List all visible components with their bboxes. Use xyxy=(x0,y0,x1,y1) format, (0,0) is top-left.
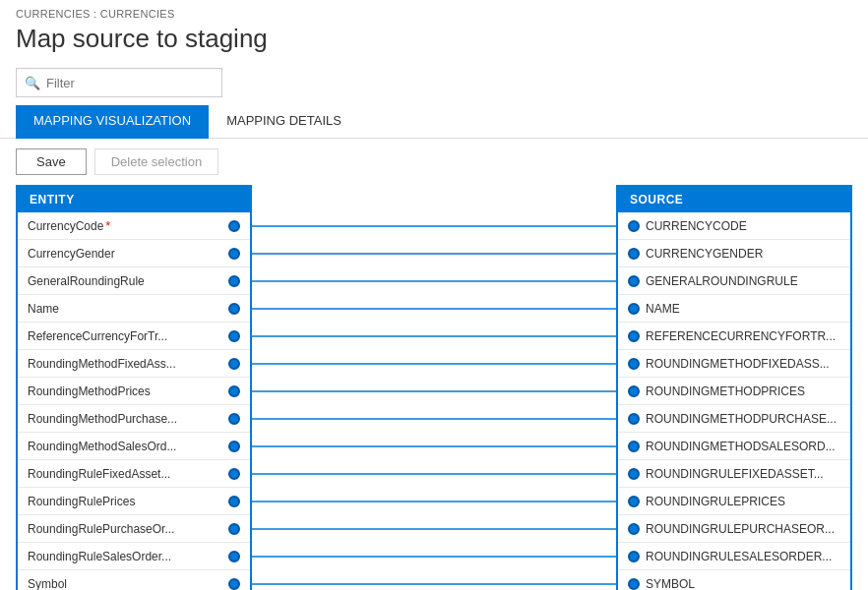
entity-row-label: GeneralRoundingRule xyxy=(28,274,222,288)
entity-row: RoundingRuleSalesOrder... xyxy=(18,543,250,570)
source-row: ROUNDINGRULESALESORDER... xyxy=(618,543,850,570)
save-button[interactable]: Save xyxy=(16,148,87,175)
source-row-label: ROUNDINGMETHODPURCHASE... xyxy=(646,412,840,426)
source-row: CURRENCYCODE xyxy=(618,212,850,240)
entity-row: CurrencyCode* xyxy=(18,212,250,240)
entity-row-label: RoundingMethodPurchase... xyxy=(28,412,222,426)
source-row: ROUNDINGMETHODFIXEDASS... xyxy=(618,350,850,378)
source-row-label: SYMBOL xyxy=(646,577,840,590)
entity-dot[interactable] xyxy=(228,496,240,507)
entity-panel: ENTITY CurrencyCode*CurrencyGenderGenera… xyxy=(16,185,252,590)
source-dot[interactable] xyxy=(628,248,640,260)
filter-box[interactable]: 🔍 xyxy=(16,68,222,97)
entity-row: RoundingMethodPrices xyxy=(18,378,250,405)
source-row: SYMBOL xyxy=(618,570,850,590)
source-row: ROUNDINGMETHODPURCHASE... xyxy=(618,405,850,433)
source-row-label: CURRENCYCODE xyxy=(646,219,840,233)
entity-row: RoundingRuleFixedAsset... xyxy=(18,460,250,488)
source-row: GENERALROUNDINGRULE xyxy=(618,267,850,295)
entity-row: CurrencyGender xyxy=(18,240,250,267)
source-panel-header: SOURCE xyxy=(618,187,850,212)
toolbar: Save Delete selection xyxy=(0,139,868,185)
source-row-label: ROUNDINGRULEPRICES xyxy=(646,495,840,508)
entity-dot[interactable] xyxy=(228,220,240,232)
entity-row: Name xyxy=(18,295,250,323)
entity-row-label: CurrencyGender xyxy=(28,247,222,261)
source-dot[interactable] xyxy=(628,468,640,480)
connectors-area xyxy=(252,185,616,590)
entity-dot[interactable] xyxy=(228,523,240,535)
entity-row-label: RoundingRulePrices xyxy=(28,495,222,508)
search-icon: 🔍 xyxy=(25,76,40,90)
entity-row-label: RoundingRuleFixedAsset... xyxy=(28,467,222,481)
breadcrumb: CURRENCIES : CURRENCIES xyxy=(0,0,868,22)
source-row: ROUNDINGMETHODSALESORD... xyxy=(618,433,850,460)
entity-dot[interactable] xyxy=(228,468,240,480)
source-row: ROUNDINGRULEFIXEDASSET... xyxy=(618,460,850,488)
source-dot[interactable] xyxy=(628,523,640,535)
source-row-label: GENERALROUNDINGRULE xyxy=(646,274,840,288)
entity-dot[interactable] xyxy=(228,248,240,260)
entity-row: RoundingRulePrices xyxy=(18,488,250,515)
connector-lines xyxy=(252,185,616,590)
entity-row-label: RoundingRulePurchaseOr... xyxy=(28,522,222,536)
entity-row: RoundingMethodPurchase... xyxy=(18,405,250,433)
source-dot[interactable] xyxy=(628,358,640,370)
source-dot[interactable] xyxy=(628,220,640,232)
tab-mapping-visualization[interactable]: MAPPING VISUALIZATION xyxy=(16,105,209,139)
source-row-label: NAME xyxy=(646,302,840,316)
entity-row-label: CurrencyCode* xyxy=(28,219,222,233)
entity-dot[interactable] xyxy=(228,578,240,590)
page-title: Map source to staging xyxy=(0,22,868,62)
source-row-label: ROUNDINGRULEPURCHASEOR... xyxy=(646,522,840,536)
source-dot[interactable] xyxy=(628,385,640,397)
entity-dot[interactable] xyxy=(228,275,240,287)
entity-row: GeneralRoundingRule xyxy=(18,267,250,295)
source-dot[interactable] xyxy=(628,441,640,452)
source-panel: SOURCE CURRENCYCODECURRENCYGENDERGENERAL… xyxy=(616,185,852,590)
entity-row-label: RoundingMethodSalesOrd... xyxy=(28,440,222,453)
source-row-label: CURRENCYGENDER xyxy=(646,247,840,261)
source-row-label: REFERENCECURRENCYFORTR... xyxy=(646,329,840,343)
source-row-label: ROUNDINGRULEFIXEDASSET... xyxy=(646,467,840,481)
entity-dot[interactable] xyxy=(228,303,240,315)
entity-row: ReferenceCurrencyForTr... xyxy=(18,323,250,350)
entity-row: Symbol xyxy=(18,570,250,590)
source-dot[interactable] xyxy=(628,413,640,425)
entity-row: RoundingMethodFixedAss... xyxy=(18,350,250,378)
tabs-bar: MAPPING VISUALIZATION MAPPING DETAILS xyxy=(0,105,868,139)
source-row-label: ROUNDINGMETHODPRICES xyxy=(646,384,840,398)
entity-row-label: Name xyxy=(28,302,222,316)
tab-mapping-details[interactable]: MAPPING DETAILS xyxy=(209,105,359,139)
source-row: ROUNDINGRULEPURCHASEOR... xyxy=(618,515,850,543)
entity-row-label: ReferenceCurrencyForTr... xyxy=(28,329,222,343)
source-dot[interactable] xyxy=(628,275,640,287)
source-dot[interactable] xyxy=(628,303,640,315)
source-row-label: ROUNDINGMETHODFIXEDASS... xyxy=(646,357,840,371)
entity-dot[interactable] xyxy=(228,413,240,425)
filter-input[interactable] xyxy=(46,76,214,90)
entity-row-label: RoundingMethodFixedAss... xyxy=(28,357,222,371)
source-row-label: ROUNDINGMETHODSALESORD... xyxy=(646,440,840,453)
entity-row: RoundingRulePurchaseOr... xyxy=(18,515,250,543)
entity-dot[interactable] xyxy=(228,330,240,342)
entity-row-label: RoundingMethodPrices xyxy=(28,384,222,398)
source-row-label: ROUNDINGRULESALESORDER... xyxy=(646,550,840,563)
source-row: ROUNDINGRULEPRICES xyxy=(618,488,850,515)
delete-selection-button[interactable]: Delete selection xyxy=(94,148,219,175)
entity-dot[interactable] xyxy=(228,358,240,370)
source-dot[interactable] xyxy=(628,578,640,590)
entity-row-label: RoundingRuleSalesOrder... xyxy=(28,550,222,563)
source-row: ROUNDINGMETHODPRICES xyxy=(618,378,850,405)
entity-panel-header: ENTITY xyxy=(18,187,250,212)
source-dot[interactable] xyxy=(628,330,640,342)
entity-row: RoundingMethodSalesOrd... xyxy=(18,433,250,460)
source-row: CURRENCYGENDER xyxy=(618,240,850,267)
entity-dot[interactable] xyxy=(228,385,240,397)
entity-dot[interactable] xyxy=(228,441,240,452)
source-dot[interactable] xyxy=(628,496,640,507)
source-dot[interactable] xyxy=(628,551,640,562)
source-row: NAME xyxy=(618,295,850,323)
source-row: REFERENCECURRENCYFORTR... xyxy=(618,323,850,350)
entity-dot[interactable] xyxy=(228,551,240,562)
